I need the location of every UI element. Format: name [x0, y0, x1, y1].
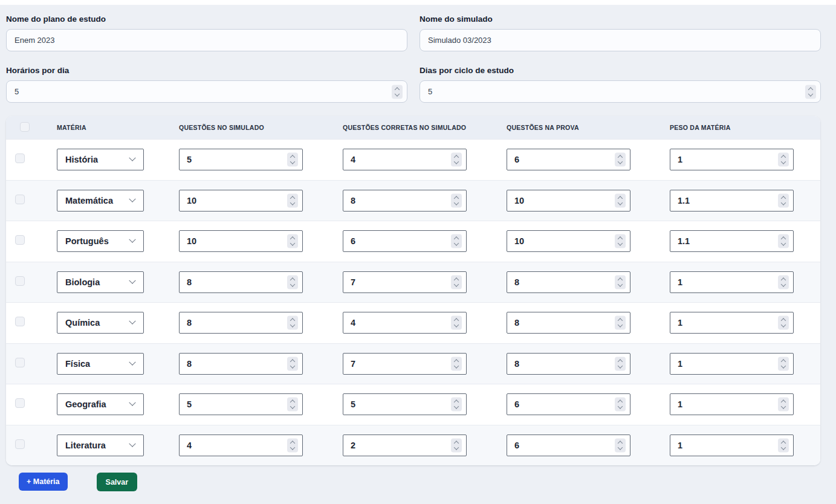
questoes-simulado-input[interactable] [179, 435, 303, 456]
peso-materia-input[interactable] [670, 435, 794, 456]
peso-materia-input[interactable] [670, 230, 794, 252]
number-stepper-icon[interactable] [451, 234, 462, 248]
questoes-simulado-input[interactable] [179, 312, 303, 334]
number-stepper-icon[interactable] [778, 316, 789, 330]
chevron-down-icon [129, 155, 135, 161]
materia-select[interactable]: Português [57, 230, 144, 252]
number-stepper-icon[interactable] [451, 357, 462, 370]
questoes-prova-input[interactable] [507, 230, 630, 252]
number-stepper-icon[interactable] [805, 85, 816, 99]
number-stepper-icon[interactable] [287, 275, 298, 289]
questoes-simulado-input[interactable] [179, 271, 303, 293]
hours-per-day-input[interactable] [6, 80, 407, 103]
plan-name-input[interactable] [6, 29, 407, 51]
questoes-simulado-input[interactable] [179, 190, 303, 212]
questoes-prova-input[interactable] [507, 190, 630, 212]
questoes-prova-input[interactable] [507, 435, 630, 456]
questoes-prova-input[interactable] [507, 271, 630, 293]
number-stepper-icon[interactable] [287, 153, 298, 167]
number-stepper-icon[interactable] [778, 275, 789, 289]
row-checkbox[interactable] [15, 153, 25, 163]
peso-materia-input[interactable] [670, 353, 794, 375]
row-checkbox[interactable] [15, 235, 25, 245]
questoes-corretas-input[interactable] [343, 149, 467, 170]
row-checkbox[interactable] [15, 398, 25, 408]
questoes-simulado-input[interactable] [179, 353, 303, 375]
number-stepper-icon[interactable] [615, 316, 626, 330]
row-checkbox[interactable] [15, 317, 25, 326]
days-per-cycle-input[interactable] [420, 80, 821, 103]
questoes-prova-input[interactable] [507, 393, 630, 415]
number-stepper-icon[interactable] [451, 438, 462, 452]
row-checkbox[interactable] [15, 439, 25, 449]
peso-materia-input[interactable] [670, 271, 794, 293]
number-stepper-icon[interactable] [778, 193, 789, 207]
table-body: História [6, 139, 820, 465]
questoes-simulado-cell [179, 271, 343, 293]
questoes-corretas-input[interactable] [343, 271, 467, 293]
number-stepper-icon[interactable] [778, 357, 789, 370]
sim-name-input[interactable] [420, 29, 821, 51]
number-stepper-icon[interactable] [615, 193, 626, 207]
number-stepper-icon[interactable] [287, 357, 298, 370]
materia-select[interactable]: Física [57, 353, 144, 375]
questoes-prova-input[interactable] [507, 149, 630, 170]
save-button[interactable]: Salvar [97, 473, 138, 491]
row-checkbox[interactable] [15, 358, 25, 367]
number-stepper-icon[interactable] [287, 193, 298, 207]
materia-select[interactable]: Geografia [57, 393, 144, 415]
materia-select[interactable]: Biologia [57, 271, 144, 293]
questoes-simulado-input[interactable] [179, 230, 303, 252]
number-stepper-icon[interactable] [615, 153, 626, 167]
select-all-checkbox[interactable] [20, 122, 30, 132]
questoes-corretas-input[interactable] [343, 393, 467, 415]
peso-materia-cell [670, 353, 820, 375]
peso-materia-cell [670, 435, 820, 456]
subjects-table: MATÉRIA QUESTÕES NO SIMULADO QUESTÕES CO… [6, 116, 820, 465]
number-stepper-icon[interactable] [451, 193, 462, 207]
materia-select[interactable]: Literatura [57, 435, 144, 456]
peso-materia-cell [670, 149, 820, 170]
materia-select[interactable]: Química [57, 312, 144, 334]
hours-per-day-label: Horários por dia [6, 66, 407, 75]
materia-select[interactable]: Matemática [57, 190, 144, 212]
number-stepper-icon[interactable] [287, 234, 298, 248]
row-checkbox[interactable] [15, 276, 25, 286]
peso-materia-input[interactable] [670, 393, 794, 415]
peso-materia-input[interactable] [670, 190, 794, 212]
questoes-corretas-input[interactable] [343, 435, 467, 456]
questoes-corretas-input[interactable] [343, 190, 467, 212]
questoes-prova-cell [507, 312, 670, 334]
questoes-corretas-input[interactable] [343, 353, 467, 375]
questoes-simulado-input[interactable] [179, 149, 303, 170]
materia-select[interactable]: História [57, 149, 144, 170]
number-stepper-icon[interactable] [615, 234, 626, 248]
peso-materia-input[interactable] [670, 312, 794, 334]
number-stepper-icon[interactable] [392, 85, 403, 99]
number-stepper-icon[interactable] [615, 438, 626, 452]
number-stepper-icon[interactable] [778, 153, 789, 167]
number-stepper-icon[interactable] [451, 153, 462, 167]
add-materia-button[interactable]: + Matéria [19, 473, 68, 491]
peso-materia-input[interactable] [670, 149, 794, 170]
number-stepper-icon[interactable] [778, 234, 789, 248]
row-checkbox-cell [6, 195, 57, 207]
questoes-prova-input[interactable] [507, 312, 630, 334]
row-checkbox[interactable] [15, 195, 25, 204]
number-stepper-icon[interactable] [451, 398, 462, 412]
number-stepper-icon[interactable] [615, 275, 626, 289]
questoes-corretas-input[interactable] [343, 312, 467, 334]
number-stepper-icon[interactable] [287, 438, 298, 452]
number-stepper-icon[interactable] [451, 275, 462, 289]
materia-cell: Geografia [57, 393, 179, 415]
number-stepper-icon[interactable] [615, 357, 626, 370]
number-stepper-icon[interactable] [451, 316, 462, 330]
questoes-prova-input[interactable] [507, 353, 630, 375]
number-stepper-icon[interactable] [778, 438, 789, 452]
number-stepper-icon[interactable] [615, 398, 626, 412]
questoes-corretas-input[interactable] [343, 230, 467, 252]
number-stepper-icon[interactable] [287, 316, 298, 330]
questoes-simulado-input[interactable] [179, 393, 303, 415]
number-stepper-icon[interactable] [778, 398, 789, 412]
number-stepper-icon[interactable] [287, 398, 298, 412]
